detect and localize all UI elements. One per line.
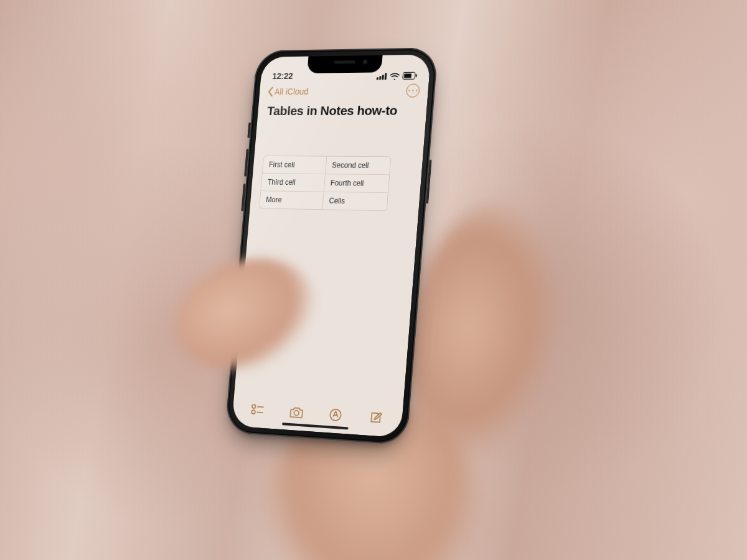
table-cell[interactable]: More: [260, 191, 323, 209]
svg-rect-0: [377, 77, 378, 80]
front-camera: [362, 59, 368, 65]
ellipsis-icon: [412, 90, 413, 91]
table-cell[interactable]: Cells: [322, 192, 388, 211]
back-button[interactable]: All iCloud: [267, 86, 309, 96]
svg-rect-6: [415, 74, 416, 77]
svg-line-10: [257, 413, 263, 413]
cellular-signal-icon: [377, 73, 387, 80]
svg-point-11: [294, 410, 299, 415]
table-cell[interactable]: First cell: [263, 156, 326, 174]
markup-icon: [329, 408, 343, 422]
note-body[interactable]: First cell Second cell Third cell Fourth…: [235, 118, 426, 402]
svg-rect-1: [379, 76, 381, 80]
phone-screen: 12:22: [232, 54, 431, 437]
table-cell[interactable]: Fourth cell: [323, 174, 389, 192]
svg-point-9: [251, 410, 255, 414]
svg-line-8: [258, 407, 264, 408]
compose-icon: [369, 410, 383, 425]
wifi-icon: [390, 72, 400, 79]
table-cell[interactable]: Third cell: [261, 174, 324, 192]
table-cell[interactable]: Second cell: [325, 157, 391, 175]
back-label: All iCloud: [274, 86, 309, 96]
svg-point-7: [252, 404, 256, 408]
iphone-device: 12:22: [225, 47, 438, 445]
table-row: More Cells: [260, 190, 388, 210]
note-title[interactable]: Tables in Notes how-to: [258, 100, 428, 118]
more-actions-button[interactable]: [406, 84, 420, 98]
markup-button[interactable]: [327, 406, 344, 424]
svg-rect-3: [385, 73, 387, 80]
svg-rect-2: [382, 75, 384, 80]
camera-icon: [289, 406, 304, 419]
chevron-left-icon: [267, 87, 273, 97]
checklist-icon: [251, 403, 265, 416]
status-time: 12:22: [272, 71, 308, 81]
earpiece-speaker: [334, 60, 355, 63]
